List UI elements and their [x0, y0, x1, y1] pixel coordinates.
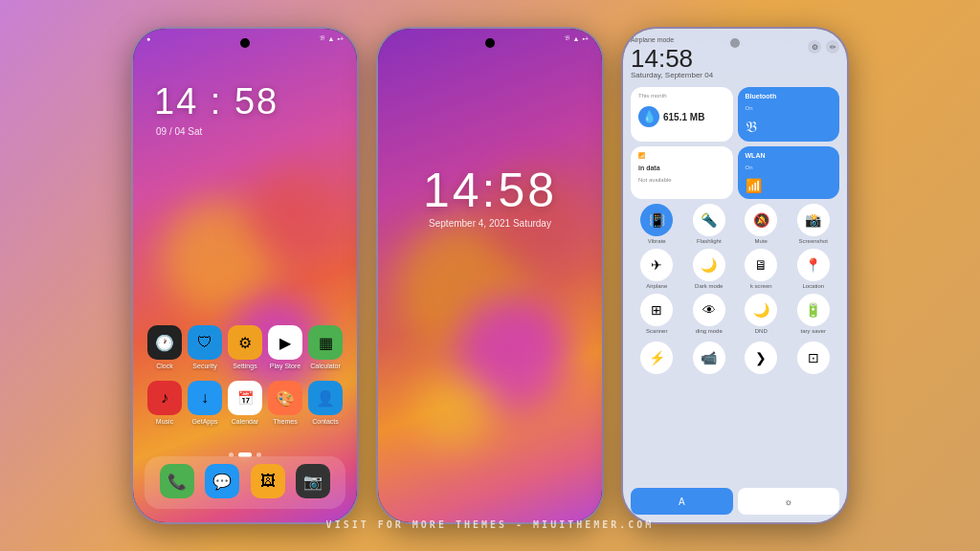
wlan-tile-label: WLAN — [746, 152, 766, 159]
playstore-icon: ▶ — [268, 325, 302, 360]
scanner-btn[interactable]: ⊞ Scanner — [640, 294, 673, 334]
themes-icon: 🎨 — [268, 381, 302, 415]
bt-icon: 𝔅 — [746, 119, 757, 136]
ringmode-label: ding mode — [696, 328, 723, 334]
battery-icon: ▪+ — [337, 35, 344, 42]
calendar-label: Calendar — [232, 418, 258, 425]
data-icon: 💧 — [638, 106, 659, 127]
cc-edit-icon[interactable]: ✏ — [826, 40, 839, 54]
cc-indata-tile[interactable]: 📶 in data Not available — [631, 146, 733, 199]
cc-wlan-tile[interactable]: WLAN On 📶 — [738, 146, 840, 199]
right-btn[interactable]: ❯ — [745, 342, 777, 374]
app-themes[interactable]: 🎨 Themes — [265, 381, 305, 425]
dock-phone[interactable]: 📞 — [160, 464, 194, 498]
app-security[interactable]: 🛡 Security — [185, 325, 225, 369]
kscreen-btn[interactable]: 🖥 k screen — [745, 249, 777, 289]
torch-btn[interactable]: ⚡ — [640, 342, 673, 374]
wlan-icon: 📶 — [746, 178, 762, 193]
app-calculator[interactable]: ▦ Calculator — [305, 325, 345, 369]
battery-saver-btn[interactable]: 🔋 tary saver — [797, 294, 830, 334]
phone3-content: Airplane mode 14:58 Saturday, September … — [623, 29, 847, 522]
cc-small-buttons-2: ✈ Airplane 🌙 Dark mode 🖥 k screen 📍 Loca… — [631, 249, 839, 289]
phone-2: 𝔅 ▲ ▪+ 14:58 September 4, 2021 Saturday — [376, 27, 604, 524]
screenshot-icon: 📸 — [797, 204, 830, 236]
flashlight-label: Flashlight — [697, 238, 722, 244]
phones-container: ● 𝔅 ▲ ▪+ 14 : 58 09 / 04 Sat 🕐 Clock — [0, 0, 980, 551]
phone-3: Airplane mode 14:58 Saturday, September … — [621, 27, 849, 524]
location-label: Location — [802, 283, 824, 289]
scanner-label: Scanner — [646, 328, 667, 334]
security-icon: 🛡 — [188, 325, 222, 360]
clock-label: Clock — [156, 363, 173, 369]
key-brightness[interactable]: ☼ — [738, 488, 840, 515]
app-getapps[interactable]: ↓ GetApps — [185, 381, 225, 425]
dnd-label: DND — [755, 328, 768, 334]
dock-gallery[interactable]: 🖼 — [251, 464, 285, 498]
location-icon: 📍 — [797, 249, 830, 281]
location-btn[interactable]: 📍 Location — [797, 249, 830, 289]
vibrate-label: Vibrate — [648, 238, 666, 244]
app-music[interactable]: ♪ Music — [145, 381, 185, 425]
phone2-date: September 4, 2021 Saturday — [378, 218, 602, 229]
key-a[interactable]: A — [631, 488, 733, 515]
music-label: Music — [156, 418, 173, 425]
cc-keyboard: A ☼ — [631, 488, 839, 515]
dnd-btn[interactable]: 🌙 DND — [745, 294, 777, 334]
dnd-icon: 🌙 — [745, 294, 777, 326]
contacts-icon: 👤 — [308, 381, 343, 415]
music-icon: ♪ — [147, 381, 182, 415]
cc-bluetooth-tile[interactable]: Bluetooth On 𝔅 — [738, 87, 840, 142]
battery-icon-2: ▪+ — [582, 35, 589, 42]
kscreen-label: k screen — [750, 283, 772, 289]
video-btn[interactable]: 📹 — [693, 342, 725, 374]
security-label: Security — [192, 363, 216, 369]
app-calendar[interactable]: 📅 Calendar — [225, 381, 265, 425]
bluetooth-icon: 𝔅 — [320, 34, 324, 42]
mute-btn[interactable]: 🔕 Mute — [745, 204, 777, 244]
control-center: Airplane mode 14:58 Saturday, September … — [623, 29, 847, 522]
flashlight-icon: 🔦 — [693, 204, 725, 236]
cc-settings-icon[interactable]: ⚙ — [808, 40, 821, 54]
airplane-btn[interactable]: ✈ Airplane — [640, 249, 673, 289]
cc-small-buttons-3: ⊞ Scanner 👁 ding mode 🌙 DND 🔋 tary saver — [631, 294, 839, 334]
flashlight-btn[interactable]: 🔦 Flashlight — [693, 204, 725, 244]
screenshot-btn[interactable]: 📸 Screenshot — [797, 204, 830, 244]
app-clock[interactable]: 🕐 Clock — [145, 325, 185, 369]
app-contacts[interactable]: 👤 Contacts — [305, 381, 345, 425]
data-usage-value: 615.1 MB — [663, 112, 704, 122]
bluetooth-tile-sub: On — [746, 105, 753, 111]
phone1-content: ● 𝔅 ▲ ▪+ 14 : 58 09 / 04 Sat 🕐 Clock — [133, 29, 357, 522]
signal-icon-2: ▲ — [572, 35, 579, 42]
dock-message[interactable]: 💬 — [205, 464, 239, 498]
darkmode-btn[interactable]: 🌙 Dark mode — [693, 249, 725, 289]
vibrate-btn[interactable]: 📳 Vibrate — [640, 204, 673, 244]
kscreen-icon: 🖥 — [745, 249, 777, 281]
camera-hole-1 — [240, 38, 250, 48]
app-playstore[interactable]: ▶ Play Store — [265, 325, 305, 369]
ringmode-icon: 👁 — [693, 294, 725, 326]
clock-icon: 🕐 — [147, 325, 182, 360]
cc-data-tile[interactable]: This month 💧 615.1 MB — [631, 87, 733, 142]
indata-tile-sub: Not available — [638, 177, 672, 183]
status-left: ● — [146, 35, 150, 42]
expand-btn[interactable]: ⊡ — [797, 342, 830, 374]
app-settings[interactable]: ⚙ Settings — [225, 325, 265, 369]
contacts-label: Contacts — [312, 418, 339, 425]
app-grid: 🕐 Clock 🛡 Security ⚙ Settings ▶ Play Sto… — [145, 325, 345, 436]
cc-tiles-row-1: This month 💧 615.1 MB Bluetooth On 𝔅 — [631, 87, 839, 142]
phone2-time: 14:58 — [378, 163, 602, 218]
airplane-icon: ✈ — [640, 249, 673, 281]
calculator-label: Calculator — [310, 363, 341, 369]
calendar-icon: 📅 — [228, 381, 262, 415]
phone2-content: 𝔅 ▲ ▪+ 14:58 September 4, 2021 Saturday — [378, 29, 602, 522]
camera-hole-3 — [730, 38, 740, 48]
app-row-1: 🕐 Clock 🛡 Security ⚙ Settings ▶ Play Sto… — [145, 325, 345, 369]
status-icons-1: 𝔅 ▲ ▪+ — [320, 34, 344, 42]
dock-camera[interactable]: 📷 — [296, 464, 330, 498]
calculator-icon: ▦ — [308, 325, 343, 360]
ringmode-btn[interactable]: 👁 ding mode — [693, 294, 725, 334]
playstore-label: Play Store — [270, 363, 301, 369]
cc-time: 14:58 — [631, 46, 713, 71]
mute-icon: 🔕 — [745, 204, 777, 236]
phone1-time: 14 : 58 — [154, 81, 278, 122]
